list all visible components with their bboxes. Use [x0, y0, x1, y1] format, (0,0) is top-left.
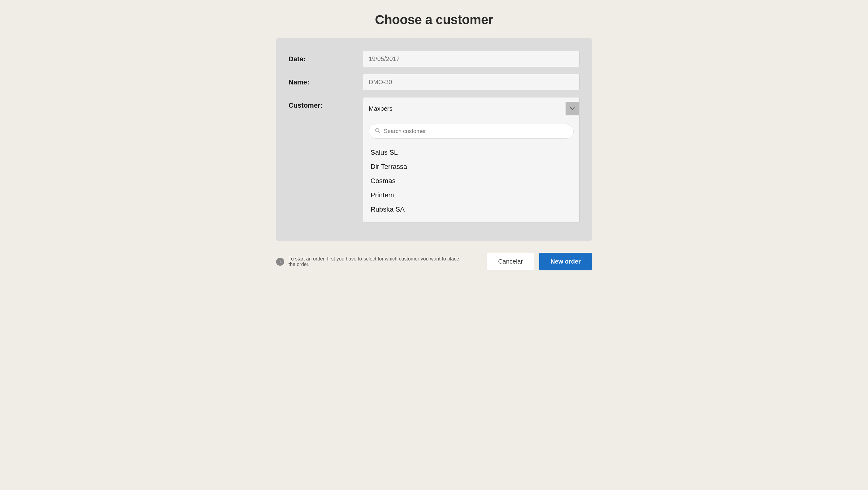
- search-icon: [375, 127, 381, 135]
- footer-info-text: To start an order, first you have to sel…: [288, 256, 462, 267]
- footer-info: i To start an order, first you have to s…: [276, 256, 462, 267]
- footer: i To start an order, first you have to s…: [276, 244, 592, 279]
- selected-customer-value: Maxpers: [369, 105, 393, 112]
- chevron-down-icon: [570, 106, 575, 111]
- customer-search-input[interactable]: [384, 128, 568, 135]
- name-row: Name:: [288, 74, 580, 90]
- info-icon: i: [276, 258, 284, 266]
- customer-search-box: [369, 124, 574, 139]
- date-row: Date:: [288, 51, 580, 67]
- customer-label: Customer:: [288, 97, 363, 109]
- new-order-button[interactable]: New order: [539, 253, 592, 270]
- svg-line-1: [379, 131, 380, 133]
- page-title: Choose a customer: [375, 12, 493, 27]
- customer-option-3[interactable]: Printem: [371, 188, 574, 202]
- name-input[interactable]: [363, 74, 580, 90]
- customer-option-0[interactable]: Salús SL: [371, 145, 574, 160]
- cancel-button[interactable]: Cancelar: [487, 253, 534, 270]
- footer-buttons: Cancelar New order: [487, 253, 592, 270]
- customer-option-2[interactable]: Cosmas: [371, 174, 574, 188]
- customer-option-4[interactable]: Rubska SA: [371, 202, 574, 217]
- customer-row: Customer: Maxpers: [288, 97, 580, 222]
- customer-dropdown-wrapper: Maxpers: [363, 97, 580, 222]
- customer-options-list: Salús SL Dir Terrassa Cosmas Printem Rub…: [369, 143, 574, 217]
- customer-select-box[interactable]: Maxpers: [363, 97, 580, 120]
- customer-option-1[interactable]: Dir Terrassa: [371, 160, 574, 174]
- dropdown-arrow-icon[interactable]: [565, 102, 579, 116]
- date-input[interactable]: [363, 51, 580, 67]
- name-label: Name:: [288, 78, 363, 86]
- customer-dropdown-panel: Salús SL Dir Terrassa Cosmas Printem Rub…: [363, 120, 580, 222]
- main-card: Date: Name: Customer: Maxpers: [276, 38, 592, 241]
- date-label: Date:: [288, 55, 363, 63]
